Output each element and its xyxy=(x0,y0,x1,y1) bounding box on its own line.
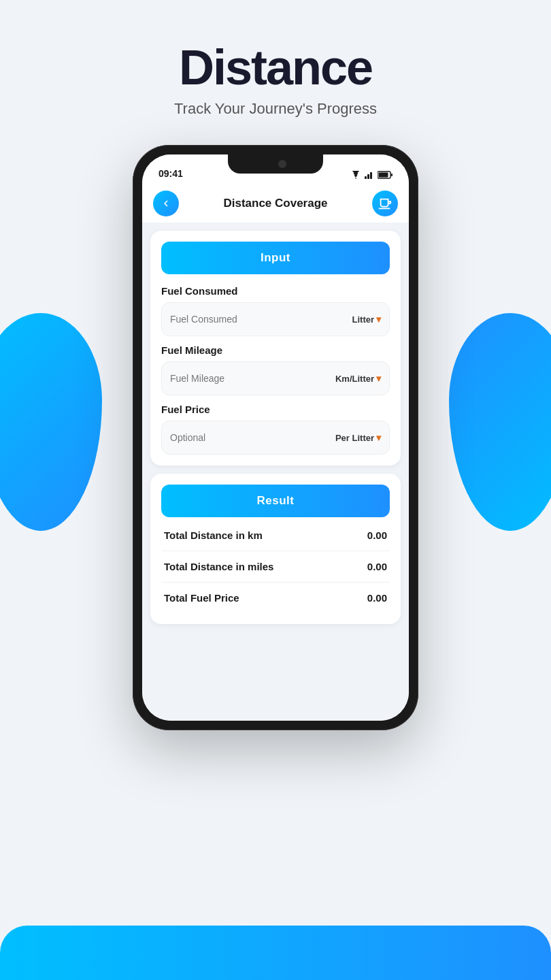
result-label-miles: Total Distance in miles xyxy=(164,561,273,572)
result-card: Result Total Distance in km 0.00 Total D… xyxy=(150,474,401,624)
fuel-price-row: Per Litter ▾ xyxy=(161,421,390,455)
result-button[interactable]: Result xyxy=(161,485,390,517)
svg-rect-1 xyxy=(367,174,369,179)
fuel-price-unit[interactable]: Per Litter ▾ xyxy=(335,432,381,443)
result-value-miles: 0.00 xyxy=(367,561,387,572)
result-label-price: Total Fuel Price xyxy=(164,592,239,604)
chevron-down-icon: ▾ xyxy=(376,314,381,325)
input-card: Input Fuel Consumed Litter ▾ xyxy=(150,231,401,466)
result-value-price: 0.00 xyxy=(367,592,387,604)
fuel-mileage-input[interactable] xyxy=(165,365,329,392)
result-label-km: Total Distance in km xyxy=(164,529,263,541)
fuel-price-group: Fuel Price Per Litter ▾ xyxy=(161,404,390,455)
phone-frame: 09:41 xyxy=(133,145,418,730)
fuel-mileage-unit[interactable]: Km/Litter ▾ xyxy=(335,373,381,384)
nav-bar: Distance Coverage xyxy=(142,184,409,223)
signal-icon xyxy=(365,171,374,179)
page-title: Distance xyxy=(0,41,551,95)
nav-title: Distance Coverage xyxy=(223,197,327,210)
phone-mockup-wrapper: 09:41 xyxy=(0,145,551,730)
page-header: Distance Track Your Journey's Progress xyxy=(0,0,551,138)
screen-content: Input Fuel Consumed Litter ▾ xyxy=(142,223,409,721)
fuel-consumed-row: Litter ▾ xyxy=(161,302,390,336)
phone-camera xyxy=(278,160,286,168)
back-button[interactable] xyxy=(153,191,179,216)
chevron-down-icon: ▾ xyxy=(376,373,381,384)
coffee-button[interactable] xyxy=(372,191,398,216)
status-time: 09:41 xyxy=(158,168,183,179)
page-subtitle: Track Your Journey's Progress xyxy=(0,100,551,118)
fuel-consumed-input[interactable] xyxy=(165,306,346,333)
fuel-mileage-label: Fuel Mileage xyxy=(161,344,390,356)
fuel-mileage-row: Km/Litter ▾ xyxy=(161,361,390,395)
back-arrow-icon xyxy=(160,197,172,210)
result-row-price: Total Fuel Price 0.00 xyxy=(161,583,390,613)
input-button[interactable]: Input xyxy=(161,242,390,274)
fuel-price-input[interactable] xyxy=(165,424,329,451)
phone-screen: 09:41 xyxy=(142,154,409,721)
svg-rect-0 xyxy=(365,176,367,179)
fuel-consumed-unit[interactable]: Litter ▾ xyxy=(352,314,382,325)
result-row-km: Total Distance in km 0.00 xyxy=(161,520,390,551)
status-icons xyxy=(350,171,393,179)
bg-bottom-bar xyxy=(0,926,551,980)
fuel-consumed-group: Fuel Consumed Litter ▾ xyxy=(161,285,390,336)
result-value-km: 0.00 xyxy=(367,529,387,541)
svg-rect-6 xyxy=(391,174,393,176)
battery-icon xyxy=(378,171,393,179)
svg-rect-2 xyxy=(370,172,372,179)
result-row-miles: Total Distance in miles 0.00 xyxy=(161,551,390,583)
fuel-mileage-group: Fuel Mileage Km/Litter ▾ xyxy=(161,344,390,395)
fuel-price-label: Fuel Price xyxy=(161,404,390,415)
svg-rect-5 xyxy=(379,173,388,178)
coffee-icon xyxy=(378,196,393,211)
phone-notch xyxy=(228,154,323,174)
chevron-down-icon: ▾ xyxy=(376,432,381,443)
wifi-icon xyxy=(350,171,361,179)
fuel-consumed-label: Fuel Consumed xyxy=(161,285,390,297)
